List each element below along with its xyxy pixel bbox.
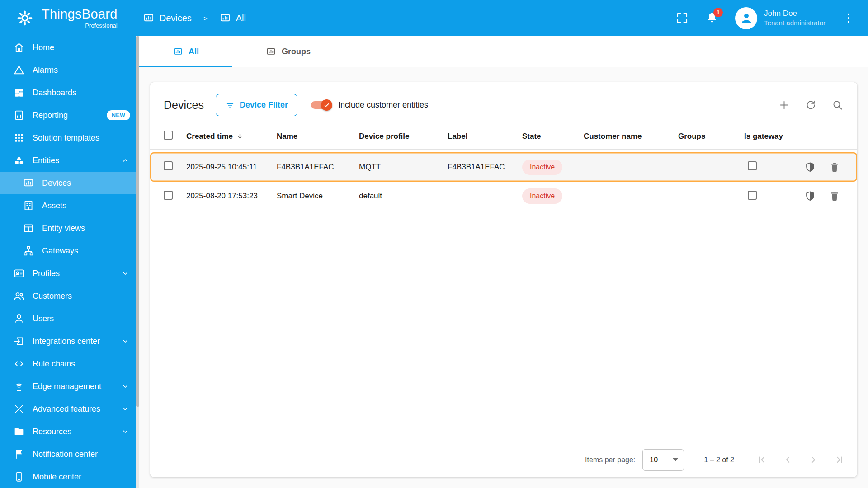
new-badge: NEW bbox=[107, 110, 130, 120]
notification-badge: 1 bbox=[713, 8, 723, 17]
sidebar-item-advanced-features[interactable]: Advanced features bbox=[0, 398, 139, 420]
sidebar-item-label: Resources bbox=[33, 427, 71, 436]
profiles-icon bbox=[13, 267, 25, 279]
refresh-button[interactable] bbox=[805, 99, 817, 111]
status-badge: Inactive bbox=[522, 160, 562, 175]
sidebar-item-edge-management[interactable]: Edge management bbox=[0, 375, 139, 398]
sidebar-item-devices[interactable]: Devices bbox=[0, 172, 139, 194]
toggle-track[interactable] bbox=[311, 101, 331, 109]
sidebar-item-label: Mobile center bbox=[33, 472, 81, 482]
page-title: Devices bbox=[164, 99, 204, 112]
previous-page-button[interactable] bbox=[782, 454, 794, 466]
items-per-page-label: Items per page: bbox=[585, 456, 635, 464]
column-created-time[interactable]: Created time bbox=[186, 132, 277, 141]
chevron-down-icon bbox=[120, 427, 130, 436]
delete-button[interactable] bbox=[829, 161, 840, 173]
next-page-button[interactable] bbox=[807, 454, 820, 466]
breadcrumb-devices[interactable]: Devices bbox=[143, 12, 192, 24]
pagination-bar: Items per page: 10 1 – 2 of 2 bbox=[150, 442, 857, 477]
sidebar-item-mobile-center[interactable]: Mobile center bbox=[0, 465, 139, 488]
select-all-checkbox[interactable] bbox=[164, 131, 173, 140]
sidebar-item-resources[interactable]: Resources bbox=[0, 420, 139, 443]
sidebar-item-dashboards[interactable]: Dashboards bbox=[0, 81, 139, 104]
column-device-profile[interactable]: Device profile bbox=[359, 132, 448, 141]
sidebar-item-label: Entities bbox=[33, 156, 59, 165]
column-groups[interactable]: Groups bbox=[678, 132, 744, 141]
tab-groups[interactable]: Groups bbox=[232, 36, 344, 67]
sidebar-item-solution-templates[interactable]: Solution templates bbox=[0, 127, 139, 149]
rule-chains-icon bbox=[13, 358, 25, 370]
notifications-button[interactable]: 1 bbox=[705, 11, 719, 25]
last-page-button[interactable] bbox=[833, 454, 845, 466]
cell-device-profile: default bbox=[359, 192, 448, 201]
filter-icon bbox=[225, 100, 235, 110]
search-button[interactable] bbox=[831, 99, 844, 111]
home-icon bbox=[13, 42, 25, 53]
add-device-button[interactable] bbox=[778, 99, 790, 111]
category-icon bbox=[13, 155, 25, 166]
sidebar-item-users[interactable]: Users bbox=[0, 307, 139, 330]
cell-created-time: 2025-08-20 17:53:23 bbox=[186, 192, 277, 201]
chevron-down-icon bbox=[120, 268, 130, 278]
sidebar-item-customers[interactable]: Customers bbox=[0, 285, 139, 307]
sidebar-item-notification-center[interactable]: Notification center bbox=[0, 443, 139, 465]
include-customer-entities-toggle[interactable]: Include customer entities bbox=[311, 100, 428, 110]
column-customer-name[interactable]: Customer name bbox=[584, 132, 678, 141]
items-per-page-select[interactable]: 10 bbox=[642, 449, 684, 471]
table-row[interactable]: 2025-09-25 10:45:11 F4B3B1A1EFAC MQTT F4… bbox=[150, 152, 857, 182]
is-gateway-checkbox[interactable] bbox=[748, 161, 757, 170]
app-logo[interactable]: ThingsBoard Professional bbox=[14, 7, 118, 28]
cell-label: F4B3B1A1EFAC bbox=[448, 163, 522, 172]
devices-card: Devices Device Filter Include customer e… bbox=[150, 82, 857, 477]
fullscreen-button[interactable] bbox=[675, 11, 689, 25]
pagination-controls bbox=[756, 454, 845, 466]
check-icon bbox=[323, 102, 330, 108]
row-checkbox[interactable] bbox=[164, 191, 173, 200]
flag-icon bbox=[13, 448, 25, 460]
sidebar-scrollbar-thumb[interactable] bbox=[136, 36, 139, 407]
sidebar-item-gateways[interactable]: Gateways bbox=[0, 239, 139, 262]
user-role: Tenant administrator bbox=[764, 19, 826, 28]
breadcrumb-all-label: All bbox=[236, 13, 246, 23]
sidebar-item-label: Entity views bbox=[42, 224, 85, 233]
tab-all[interactable]: All bbox=[139, 36, 232, 67]
cell-created-time: 2025-09-25 10:45:11 bbox=[186, 163, 277, 172]
cell-device-profile: MQTT bbox=[359, 163, 448, 172]
sidebar-item-home[interactable]: Home bbox=[0, 36, 139, 59]
column-name[interactable]: Name bbox=[277, 132, 359, 141]
phone-icon bbox=[13, 471, 25, 483]
sidebar-item-assets[interactable]: Assets bbox=[0, 194, 139, 217]
column-state[interactable]: State bbox=[522, 132, 584, 141]
sidebar-item-label: Assets bbox=[42, 201, 66, 211]
is-gateway-checkbox[interactable] bbox=[748, 191, 757, 200]
column-is-gateway[interactable]: Is gateway bbox=[744, 132, 796, 141]
security-shield-button[interactable] bbox=[804, 190, 816, 202]
sidebar-item-alarms[interactable]: Alarms bbox=[0, 59, 139, 81]
device-filter-button[interactable]: Device Filter bbox=[216, 94, 297, 116]
sidebar-item-label: Devices bbox=[42, 178, 71, 188]
device-group-icon bbox=[266, 47, 276, 57]
sidebar-item-label: Edge management bbox=[33, 382, 101, 391]
avatar[interactable] bbox=[735, 7, 757, 29]
more-vert-button[interactable] bbox=[842, 11, 855, 25]
cell-name: F4B3B1A1EFAC bbox=[277, 163, 359, 172]
security-shield-button[interactable] bbox=[804, 161, 816, 173]
column-label[interactable]: Label bbox=[448, 132, 522, 141]
row-checkbox[interactable] bbox=[164, 161, 173, 170]
person-icon bbox=[739, 11, 754, 25]
reporting-icon bbox=[13, 109, 25, 121]
delete-button[interactable] bbox=[829, 190, 840, 202]
first-page-button[interactable] bbox=[756, 454, 768, 466]
sidebar-item-integrations-center[interactable]: Integrations center bbox=[0, 330, 139, 352]
warning-icon bbox=[13, 64, 25, 76]
sidebar-item-entity-views[interactable]: Entity views bbox=[0, 217, 139, 239]
sidebar-item-profiles[interactable]: Profiles bbox=[0, 262, 139, 285]
breadcrumb-all[interactable]: All bbox=[219, 12, 246, 24]
apps-grid-icon bbox=[13, 132, 25, 144]
caret-down-icon bbox=[673, 458, 678, 461]
sidebar-item-reporting[interactable]: Reporting NEW bbox=[0, 104, 139, 127]
sidebar-scrollbar[interactable] bbox=[136, 36, 139, 488]
table-row[interactable]: 2025-08-20 17:53:23 Smart Device default… bbox=[150, 182, 857, 211]
sidebar-item-entities[interactable]: Entities bbox=[0, 149, 139, 172]
sidebar-item-rule-chains[interactable]: Rule chains bbox=[0, 352, 139, 375]
